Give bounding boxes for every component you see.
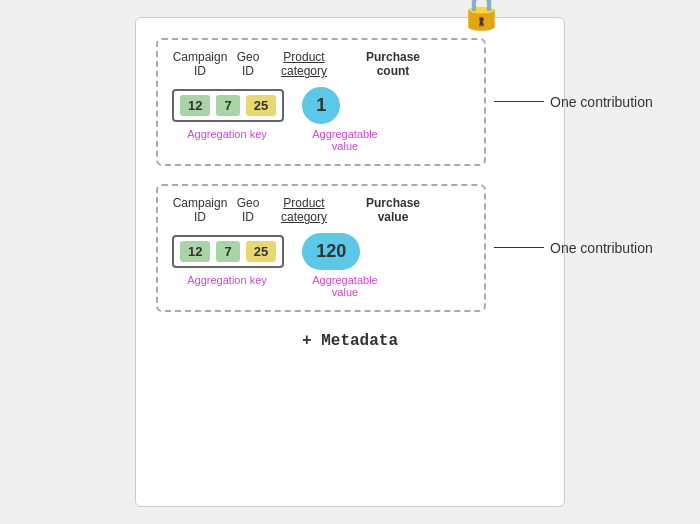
headers-2: CampaignID GeoID Productcategory Purchas… [172, 196, 470, 225]
annotation-text-2: One contribution [550, 240, 653, 256]
key-chip-geo-1: 7 [216, 95, 239, 116]
headers-1: CampaignID GeoID Productcategory Purchas… [172, 50, 470, 79]
annotation-area-1: One contribution [494, 94, 653, 110]
header-product-2: Productcategory [268, 196, 340, 225]
key-chip-geo-2: 7 [216, 241, 239, 262]
lock-icon: 🔒 [459, 0, 504, 32]
key-chip-product-1: 25 [246, 95, 276, 116]
agg-value-bubble-1: 1 [302, 87, 340, 124]
header-product-1: Productcategory [268, 50, 340, 79]
key-chip-campaign-2: 12 [180, 241, 210, 262]
label-agg-key-2: Aggregation key [172, 274, 282, 286]
kv-row-1: 12 7 25 1 [172, 87, 470, 124]
header-geo-1: GeoID [228, 50, 268, 79]
contribution-wrapper-2: CampaignID GeoID Productcategory Purchas… [156, 184, 544, 312]
arrow-line-1 [494, 101, 544, 102]
contribution-block-2: CampaignID GeoID Productcategory Purchas… [156, 184, 486, 312]
card: 🔒 CampaignID GeoID Productcategory Purch… [135, 17, 565, 507]
labels-row-1: Aggregation key Aggregatable value [172, 128, 470, 152]
header-purchase-1: Purchasecount [358, 50, 428, 79]
key-chip-product-2: 25 [246, 241, 276, 262]
key-chip-campaign-1: 12 [180, 95, 210, 116]
label-agg-value-1: Aggregatable value [310, 128, 380, 152]
arrow-line-2 [494, 247, 544, 248]
agg-key-box-2: 12 7 25 [172, 235, 284, 268]
page-container: 🔒 CampaignID GeoID Productcategory Purch… [20, 12, 680, 512]
label-agg-value-2: Aggregatable value [310, 274, 380, 298]
agg-key-box-1: 12 7 25 [172, 89, 284, 122]
labels-row-2: Aggregation key Aggregatable value [172, 274, 470, 298]
label-agg-key-1: Aggregation key [172, 128, 282, 140]
header-geo-2: GeoID [228, 196, 268, 225]
contribution-wrapper-1: CampaignID GeoID Productcategory Purchas… [156, 38, 544, 166]
annotation-text-1: One contribution [550, 94, 653, 110]
metadata-line: + Metadata [302, 332, 398, 350]
kv-row-2: 12 7 25 120 [172, 233, 470, 270]
agg-value-bubble-2: 120 [302, 233, 360, 270]
contribution-block-1: CampaignID GeoID Productcategory Purchas… [156, 38, 486, 166]
annotation-area-2: One contribution [494, 240, 653, 256]
header-purchase-2: Purchasevalue [358, 196, 428, 225]
header-campaign-1: CampaignID [172, 50, 228, 79]
header-campaign-2: CampaignID [172, 196, 228, 225]
